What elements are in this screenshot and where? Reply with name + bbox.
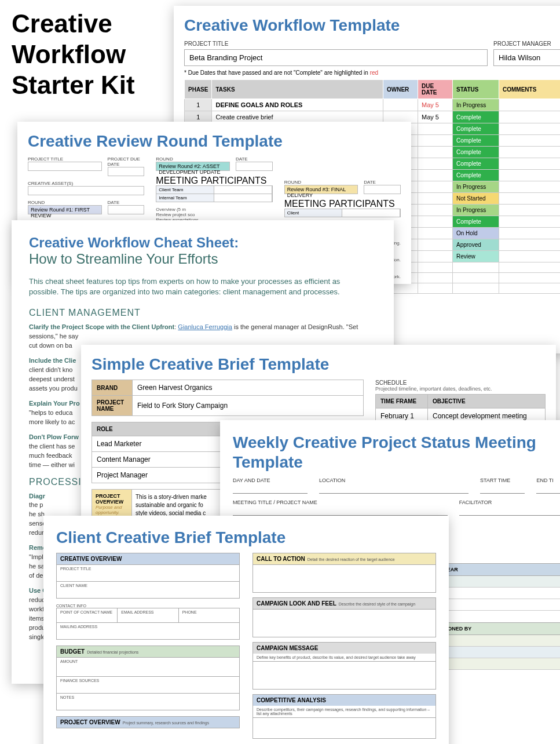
cwt-status-cell[interactable]: Review — [453, 251, 499, 262]
cwt-task-cell[interactable]: DEFINE GOALS AND ROLES — [212, 99, 383, 111]
scb-role-cell[interactable]: Lead Marketer — [92, 436, 241, 452]
cwt-status-cell[interactable]: Approved — [453, 239, 499, 251]
wsm-facilitator[interactable] — [459, 505, 560, 516]
cwt-comments-cell[interactable] — [499, 239, 561, 251]
cwt-status-cell[interactable]: On Hold — [453, 228, 499, 239]
cwt-hdr-phase: PHASE — [185, 80, 212, 99]
scb-overview-sub: Purpose and opportunity. — [96, 505, 128, 515]
cwt-status-cell[interactable]: Not Started — [453, 193, 499, 205]
ccb-amount[interactable] — [57, 663, 239, 676]
scb-title: Simple Creative Brief Template — [91, 355, 546, 374]
cwt-due-cell[interactable] — [418, 123, 453, 135]
cwt-comments-cell[interactable] — [499, 262, 561, 273]
cwt-owner-cell[interactable] — [383, 99, 418, 111]
cwt-due-cell[interactable] — [418, 147, 453, 158]
cwt-due-cell[interactable] — [418, 170, 453, 181]
cwt-status-cell[interactable]: Complete — [453, 216, 499, 228]
wsm-day-date[interactable] — [233, 483, 308, 494]
cwt-due-cell[interactable] — [418, 158, 453, 170]
cwt-status-cell[interactable]: In Progress — [453, 181, 499, 193]
cwt-comments-cell[interactable] — [499, 158, 561, 170]
cwt-comments-cell[interactable] — [499, 181, 561, 193]
ccb-mailing[interactable] — [57, 629, 239, 639]
cwt-status-cell[interactable]: Complete — [453, 123, 499, 135]
wsm-location[interactable] — [319, 483, 469, 494]
cwt-comments-cell[interactable] — [499, 170, 561, 181]
cwt-due-cell[interactable] — [418, 283, 453, 294]
scb-project-name[interactable]: Field to Fork Story Campaign — [133, 396, 364, 416]
scb-role-cell[interactable]: Project Manager — [92, 468, 241, 483]
cwt-project-title[interactable]: Beta Branding Project — [184, 49, 488, 66]
cwt-due-cell[interactable] — [418, 193, 453, 205]
ccb-client-name[interactable] — [57, 588, 239, 598]
crr-round1[interactable]: Review Round #1: FIRST REVIEW — [28, 205, 102, 214]
scb-brand[interactable]: Green Harvest Organics — [133, 380, 364, 396]
cwt-due-cell[interactable] — [418, 181, 453, 193]
cwt-status-cell[interactable]: Complete — [453, 170, 499, 181]
cwt-comments-cell[interactable] — [499, 228, 561, 239]
ccb-creative-overview: CREATIVE OVERVIEW — [56, 553, 240, 565]
cwt-due-cell[interactable] — [418, 251, 453, 262]
crr-assets[interactable] — [28, 186, 144, 195]
cwt-comments-cell[interactable] — [499, 111, 561, 123]
ccb-message-input[interactable] — [252, 662, 436, 690]
ccb-cta-input[interactable] — [252, 565, 436, 593]
crr-project-title[interactable] — [28, 162, 102, 171]
crr-project-due-date[interactable] — [108, 167, 145, 176]
ccb-look-feel-input[interactable] — [252, 610, 436, 637]
cwt-due-cell[interactable] — [418, 205, 453, 216]
ccb-project-title-label: PROJECT TITLE — [57, 565, 239, 571]
cwt-comments-cell[interactable] — [499, 135, 561, 147]
wsm-start[interactable] — [480, 483, 525, 494]
crr-date1[interactable] — [108, 205, 145, 214]
cwt-due-cell[interactable] — [418, 216, 453, 228]
ccb-comp-input[interactable] — [252, 718, 436, 739]
cheat-link-ferruggia[interactable]: Gianluca Ferruggia — [178, 323, 232, 330]
cwt-comments-cell[interactable] — [499, 251, 561, 262]
cwt-due-cell[interactable] — [418, 228, 453, 239]
crr-client3: Client — [285, 209, 343, 217]
wsm-end[interactable] — [536, 483, 560, 494]
cwt-status-cell[interactable]: Complete — [453, 147, 499, 158]
cwt-comments-cell[interactable] — [499, 99, 561, 111]
client-creative-brief-card: Client Creative Brief Template CREATIVE … — [43, 516, 449, 744]
cwt-hdr-owner: OWNER — [383, 80, 418, 99]
crr-project-title-label: PROJECT TITLE — [28, 156, 102, 162]
cwt-due-cell[interactable]: May 5 — [418, 111, 453, 123]
crr-date2[interactable] — [236, 162, 273, 171]
ccb-project-title[interactable] — [57, 571, 239, 581]
scb-role-cell[interactable]: Content Manager — [92, 452, 241, 468]
cwt-status-cell[interactable] — [453, 273, 499, 283]
cwt-project-manager[interactable]: Hilda Wilson — [493, 49, 560, 66]
cwt-comments-cell[interactable] — [499, 216, 561, 228]
cwt-status-cell[interactable] — [453, 262, 499, 273]
cwt-comments-cell[interactable] — [499, 123, 561, 135]
cwt-due-cell[interactable] — [418, 273, 453, 283]
cwt-status-cell[interactable]: In Progress — [453, 99, 499, 111]
cwt-hdr-tasks: TASKS — [212, 80, 383, 99]
cwt-due-cell[interactable] — [418, 135, 453, 147]
cwt-comments-cell[interactable] — [499, 205, 561, 216]
crr-date3[interactable] — [364, 185, 401, 194]
crr-ov1: Review project sco — [156, 212, 272, 217]
wsm-end-label: END TI — [536, 477, 560, 483]
cwt-status-cell[interactable]: Complete — [453, 111, 499, 123]
ccb-notes[interactable] — [57, 699, 239, 710]
crr-round3[interactable]: Review Round #3: FINAL DELIVERY — [284, 185, 358, 194]
cwt-comments-cell[interactable] — [499, 283, 561, 294]
wsm-meeting-title[interactable] — [233, 505, 448, 516]
cwt-status-cell[interactable]: Complete — [453, 135, 499, 147]
cwt-comments-cell[interactable] — [499, 273, 561, 283]
ccb-finance[interactable] — [57, 683, 239, 693]
crr-round2[interactable]: Review Round #2: ASSET DEVELOPMENT UPDAT… — [156, 162, 230, 171]
cwt-comments-cell[interactable] — [499, 147, 561, 158]
cwt-comments-cell[interactable] — [499, 193, 561, 205]
ccb-project-overview: PROJECT OVERVIEWProject summary, researc… — [56, 716, 240, 728]
cwt-due-cell[interactable] — [418, 239, 453, 251]
cwt-due-cell[interactable] — [418, 262, 453, 273]
cwt-status-cell[interactable]: Complete — [453, 158, 499, 170]
crr-participants-label3: MEETING PARTICIPANTS — [284, 199, 401, 209]
cwt-due-cell[interactable]: May 5 — [418, 99, 453, 111]
cwt-status-cell[interactable]: In Progress — [453, 205, 499, 216]
cwt-status-cell[interactable] — [453, 283, 499, 294]
